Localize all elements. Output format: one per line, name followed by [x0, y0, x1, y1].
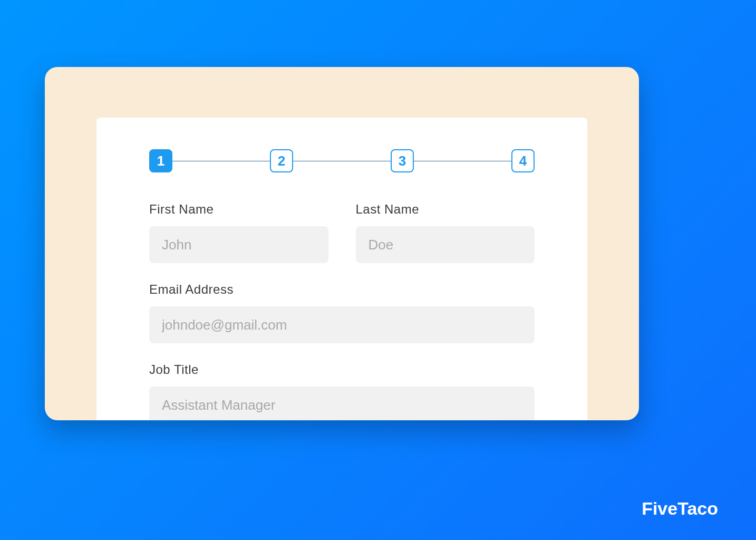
first-name-input[interactable]: [149, 226, 328, 263]
name-row: First Name Last Name: [149, 202, 535, 263]
outer-card: 1 2 3 4 First Name Last Name Email Addre…: [45, 67, 639, 420]
form-card: 1 2 3 4 First Name Last Name Email Addre…: [96, 118, 587, 420]
job-title-input[interactable]: [149, 387, 535, 420]
step-2[interactable]: 2: [270, 149, 293, 172]
step-1[interactable]: 1: [149, 149, 172, 172]
email-group: Email Address: [149, 282, 535, 343]
email-label: Email Address: [149, 282, 535, 297]
first-name-group: First Name: [149, 202, 328, 263]
job-title-group: Job Title: [149, 362, 535, 420]
last-name-label: Last Name: [356, 202, 535, 217]
email-input[interactable]: [149, 306, 535, 343]
stepper: 1 2 3 4: [149, 149, 535, 172]
step-connector: [414, 161, 511, 161]
first-name-label: First Name: [149, 202, 328, 217]
step-connector: [293, 161, 391, 161]
step-4[interactable]: 4: [511, 149, 535, 172]
job-title-label: Job Title: [149, 362, 535, 377]
step-connector: [172, 161, 270, 161]
brand-logo: FiveTaco: [642, 498, 718, 519]
step-3[interactable]: 3: [391, 149, 414, 172]
last-name-group: Last Name: [356, 202, 535, 263]
last-name-input[interactable]: [356, 226, 535, 263]
